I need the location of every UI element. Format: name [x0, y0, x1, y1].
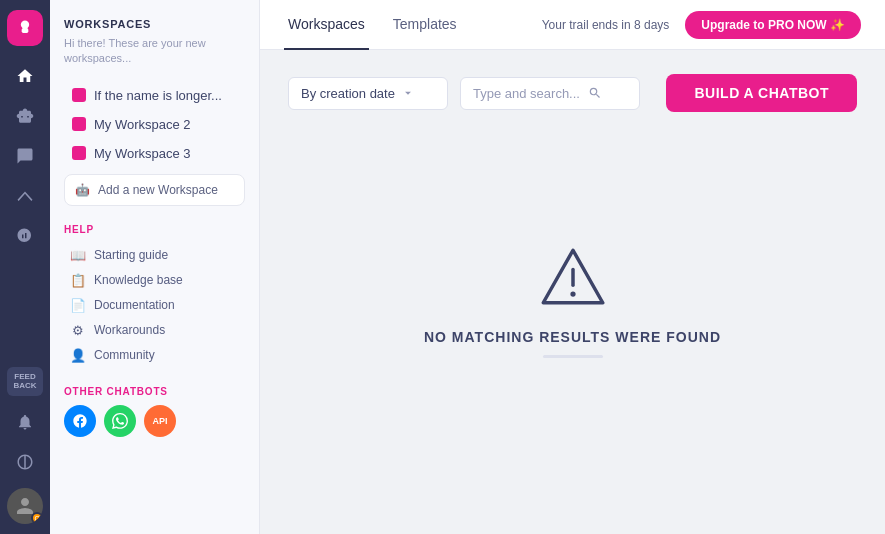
help-icon-community: 👤	[70, 348, 86, 363]
help-icon-docs: 📄	[70, 298, 86, 313]
workspace-icon	[72, 88, 86, 102]
app-logo[interactable]	[7, 10, 43, 46]
workspace-icon	[72, 117, 86, 131]
other-chatbots-section: OTHER CHATBOTS API	[64, 386, 245, 437]
tab-workspaces[interactable]: Workspaces	[284, 0, 369, 50]
help-label-knowledge: Knowledge base	[94, 273, 183, 287]
workspace-name: If the name is longer...	[94, 88, 222, 103]
nav-analytics[interactable]	[7, 218, 43, 254]
other-chatbots-title: OTHER CHATBOTS	[64, 386, 245, 397]
chevron-down-icon	[401, 86, 415, 100]
help-item-docs[interactable]: 📄Documentation	[64, 293, 245, 318]
chatbot-facebook[interactable]	[64, 405, 96, 437]
chatbot-whatsapp[interactable]	[104, 405, 136, 437]
add-icon: 🤖	[75, 183, 90, 197]
help-label-guide: Starting guide	[94, 248, 168, 262]
feedback-button[interactable]: FEED BACK	[7, 367, 43, 396]
search-box[interactable]: Type and search...	[460, 77, 640, 110]
workspace-name: My Workspace 2	[94, 117, 191, 132]
logo-icon	[15, 18, 35, 38]
workspace-item-1[interactable]: If the name is longer...	[64, 81, 245, 110]
search-icon	[588, 86, 602, 100]
workspace-icon	[72, 146, 86, 160]
main-content: Workspaces Templates Your trail ends in …	[260, 0, 885, 534]
tab-templates[interactable]: Templates	[389, 0, 461, 50]
sidebar-title: WORKSPACES	[64, 18, 245, 30]
filter-row: By creation date Type and search... BUIL…	[288, 74, 857, 112]
upgrade-button[interactable]: Upgrade to PRO NOW ✨	[685, 11, 861, 39]
content-area: By creation date Type and search... BUIL…	[260, 50, 885, 534]
chatbot-api[interactable]: API	[144, 405, 176, 437]
help-item-community[interactable]: 👤Community	[64, 343, 245, 368]
help-label-docs: Documentation	[94, 298, 175, 312]
avatar[interactable]: C	[7, 488, 43, 524]
help-icon-knowledge: 📋	[70, 273, 86, 288]
svg-point-4	[570, 291, 575, 296]
help-item-knowledge[interactable]: 📋Knowledge base	[64, 268, 245, 293]
add-workspace-label: Add a new Workspace	[98, 183, 218, 197]
avatar-badge: C	[31, 512, 43, 524]
icon-nav: FEED BACK C	[0, 0, 50, 534]
nav-broadcast[interactable]	[7, 178, 43, 214]
top-bar: Workspaces Templates Your trail ends in …	[260, 0, 885, 50]
chatbot-icons: API	[64, 405, 245, 437]
empty-state: NO MATCHING RESULTS WERE FOUND	[288, 132, 857, 510]
add-workspace-button[interactable]: 🤖 Add a new Workspace	[64, 174, 245, 206]
sidebar-subtitle: Hi there! These are your new workspaces.…	[64, 36, 245, 67]
workspace-item-3[interactable]: My Workspace 3	[64, 139, 245, 168]
search-placeholder: Type and search...	[473, 86, 580, 101]
workspace-name: My Workspace 3	[94, 146, 191, 161]
sidebar: WORKSPACES Hi there! These are your new …	[50, 0, 260, 534]
nav-settings[interactable]	[7, 444, 43, 480]
sort-dropdown[interactable]: By creation date	[288, 77, 448, 110]
sort-label: By creation date	[301, 86, 395, 101]
help-list: 📖Starting guide📋Knowledge base📄Documenta…	[64, 243, 245, 368]
build-chatbot-button[interactable]: BUILD A CHATBOT	[666, 74, 857, 112]
workspace-item-2[interactable]: My Workspace 2	[64, 110, 245, 139]
help-icon-workarounds: ⚙	[70, 323, 86, 338]
nav-home[interactable]	[7, 58, 43, 94]
help-section-title: HELP	[64, 224, 245, 235]
help-icon-guide: 📖	[70, 248, 86, 263]
top-nav-tabs: Workspaces Templates	[284, 0, 542, 50]
help-item-workarounds[interactable]: ⚙Workarounds	[64, 318, 245, 343]
help-item-guide[interactable]: 📖Starting guide	[64, 243, 245, 268]
svg-rect-1	[22, 28, 29, 33]
nav-bots[interactable]	[7, 98, 43, 134]
empty-message: NO MATCHING RESULTS WERE FOUND	[424, 329, 721, 345]
nav-chat[interactable]	[7, 138, 43, 174]
warning-icon	[538, 244, 608, 309]
nav-notifications[interactable]	[7, 404, 43, 440]
help-label-workarounds: Workarounds	[94, 323, 165, 337]
help-label-community: Community	[94, 348, 155, 362]
empty-divider	[543, 355, 603, 358]
trail-notice: Your trail ends in 8 days	[542, 18, 670, 32]
workspace-list: If the name is longer...My Workspace 2My…	[64, 81, 245, 168]
svg-point-0	[21, 21, 29, 29]
